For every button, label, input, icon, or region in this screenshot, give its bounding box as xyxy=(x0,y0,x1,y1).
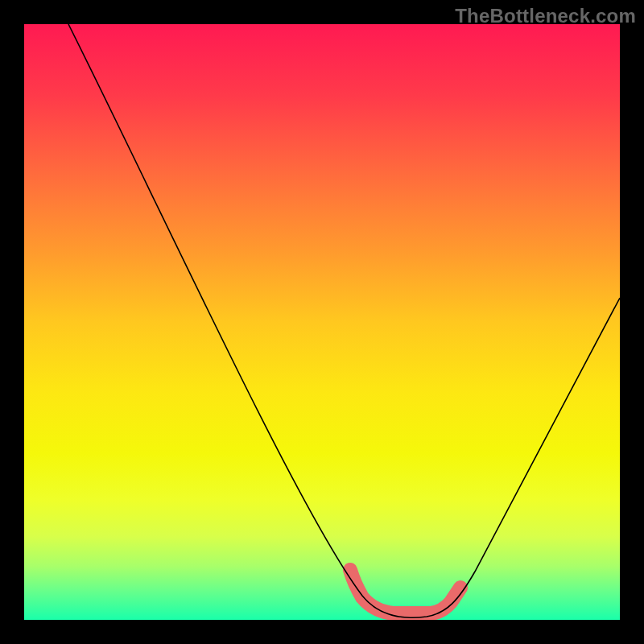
chart-container: TheBottleneck.com xyxy=(0,0,644,644)
optimal-region-marker xyxy=(350,570,460,613)
bottleneck-curve xyxy=(68,24,620,617)
curve-layer xyxy=(24,24,620,620)
plot-area xyxy=(24,24,620,620)
watermark-text: TheBottleneck.com xyxy=(455,5,636,27)
